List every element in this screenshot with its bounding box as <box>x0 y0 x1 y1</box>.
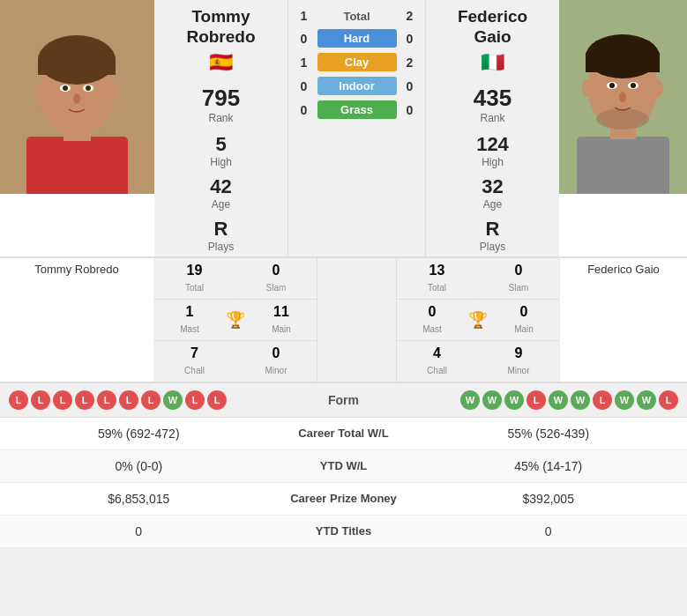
hard-badge: Hard <box>317 29 397 48</box>
right-plays-value: R <box>426 218 559 241</box>
right-age-label: Age <box>426 198 559 211</box>
left-player-stats: TommyRobredo 🇪🇸 795 Rank 5 High 42 Age R <box>154 0 288 256</box>
right-player-photo <box>559 0 687 194</box>
stat-left-value: 59% (692-472) <box>13 427 265 441</box>
left-slam-label: Slam <box>266 283 287 293</box>
stat-center-label: YTD W/L <box>265 459 423 472</box>
left-player-photo <box>0 0 154 194</box>
right-name-tag: Federico Gaio <box>559 258 687 382</box>
stats-table: 59% (692-472) Career Total W/L 55% (526-… <box>0 417 687 548</box>
left-player-flag: 🇪🇸 <box>158 51 284 74</box>
left-form: LLLLLLLWLL <box>9 390 291 410</box>
form-badge: L <box>53 390 72 410</box>
player-name-tags-row: Tommy Robredo 19 Total 0 Slam 1 Mast <box>0 258 687 382</box>
right-mast-label: Mast <box>422 324 442 334</box>
left-age-label: Age <box>154 198 287 211</box>
stat-right-value: 55% (526-439) <box>423 427 675 441</box>
left-name-tag: Tommy Robredo <box>0 258 154 382</box>
right-total-label: Total <box>428 283 446 293</box>
right-plays-label: Plays <box>426 241 559 253</box>
right-mast-value: 0 <box>399 304 466 320</box>
right-rank-value: 435 <box>426 85 559 112</box>
trophy-icon-right: 🏆 <box>468 311 488 329</box>
stats-row: 59% (692-472) Career Total W/L 55% (526-… <box>0 418 687 450</box>
right-rank-label: Rank <box>426 112 559 124</box>
left-rank-value: 795 <box>154 85 287 112</box>
h2h-grass-right: 0 <box>397 103 423 117</box>
h2h-indoor-row: 0 Indoor 0 <box>288 77 425 95</box>
stats-row: $6,853,015 Career Prize Money $392,005 <box>0 483 687 516</box>
form-badge: W <box>460 390 480 410</box>
h2h-total-label: Total <box>317 10 397 23</box>
h2h-indoor-right: 0 <box>397 79 423 93</box>
clay-badge: Clay <box>317 53 397 71</box>
svg-rect-14 <box>577 137 669 194</box>
h2h-clay-right: 2 <box>397 56 423 70</box>
form-badge: W <box>571 390 590 410</box>
trophy-icon-left: 🏆 <box>226 311 245 329</box>
form-badge: L <box>119 390 138 410</box>
right-form: WWWLWWLWWL <box>397 390 679 410</box>
svg-point-8 <box>63 85 68 91</box>
svg-point-19 <box>596 108 649 130</box>
form-badge: W <box>637 390 656 410</box>
svg-point-10 <box>73 93 80 104</box>
left-main-value: 11 <box>248 304 315 320</box>
left-main-label: Main <box>272 324 291 334</box>
right-main-value: 0 <box>490 304 557 320</box>
stat-right-value: $392,005 <box>423 492 675 506</box>
left-total-value: 19 <box>156 263 233 278</box>
svg-point-9 <box>86 85 91 91</box>
h2h-clay-left: 1 <box>291 56 317 70</box>
right-name-display: Federico Gaio <box>560 258 687 280</box>
form-badge: W <box>504 390 524 410</box>
svg-rect-18 <box>586 53 660 72</box>
right-player-name: FedericoGaio <box>429 7 556 48</box>
stats-row: 0% (0-0) YTD W/L 45% (14-17) <box>0 450 687 483</box>
stat-left-value: $6,853,015 <box>13 492 265 506</box>
svg-rect-1 <box>26 137 128 194</box>
stats-row: 0 YTD Titles 0 <box>0 516 687 548</box>
svg-point-26 <box>653 79 663 97</box>
svg-rect-5 <box>38 57 116 75</box>
main-container: TommyRobredo 🇪🇸 795 Rank 5 High 42 Age R <box>0 0 687 548</box>
h2h-total-right: 2 <box>397 9 423 23</box>
left-minor-value: 0 <box>237 345 315 361</box>
left-high-label: High <box>154 156 287 168</box>
right-age-value: 32 <box>426 175 559 198</box>
form-badge: L <box>593 390 612 410</box>
form-badge: L <box>31 390 50 410</box>
form-badge: L <box>75 390 94 410</box>
h2h-total-row: 1 Total 2 <box>288 9 425 23</box>
right-sub-stats: 13 Total 0 Slam 0 Mast 🏆 0 Main <box>396 258 559 382</box>
svg-point-22 <box>609 83 615 88</box>
right-chall-label: Chall <box>427 366 447 375</box>
grass-badge: Grass <box>317 100 397 119</box>
form-label: Form <box>291 393 397 407</box>
right-chall-value: 4 <box>399 345 475 361</box>
right-minor-label: Minor <box>507 366 529 375</box>
left-plays-value: R <box>154 218 287 241</box>
h2h-grass-left: 0 <box>291 103 317 117</box>
left-chall-label: Chall <box>184 366 205 375</box>
left-plays-label: Plays <box>154 241 287 253</box>
stat-center-label: Career Prize Money <box>265 492 423 505</box>
left-player-name: TommyRobredo <box>158 7 284 48</box>
left-sub-stats: 19 Total 0 Slam 1 Mast 🏆 11 Main <box>154 258 317 382</box>
form-badge: L <box>9 390 28 410</box>
svg-point-11 <box>34 84 45 101</box>
head-to-head-column: 1 Total 2 0 Hard 0 1 Clay 2 0 Indoor 0 <box>288 0 425 256</box>
form-badge: L <box>526 390 546 410</box>
svg-point-12 <box>108 84 119 101</box>
right-high-label: High <box>426 156 559 168</box>
stat-center-label: YTD Titles <box>265 524 423 538</box>
left-high-value: 5 <box>154 133 287 156</box>
stat-right-value: 0 <box>423 524 675 538</box>
form-badge: W <box>615 390 634 410</box>
svg-point-24 <box>619 92 626 102</box>
form-badge: L <box>207 390 227 410</box>
form-section: LLLLLLLWLL Form WWWLWWLWWL <box>0 382 687 417</box>
svg-point-23 <box>631 83 636 88</box>
left-age-value: 42 <box>154 175 287 198</box>
right-player-stats: FedericoGaio 🇮🇹 435 Rank 124 High 32 Age <box>425 0 559 256</box>
